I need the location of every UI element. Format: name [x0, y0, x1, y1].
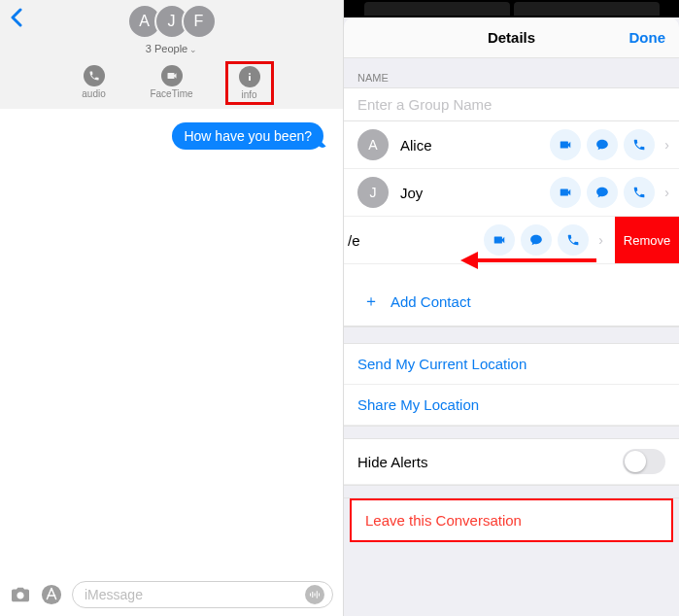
participant-name: Joy — [400, 185, 550, 201]
svg-point-0 — [249, 73, 251, 75]
phone-icon[interactable] — [624, 177, 655, 208]
group-name-field[interactable]: Enter a Group Name — [344, 87, 679, 121]
disclosure-icon: › — [598, 232, 603, 248]
details-header: Details Done — [344, 17, 679, 58]
phone-icon[interactable] — [624, 129, 655, 160]
audio-label: audio — [82, 88, 105, 99]
done-button[interactable]: Done — [629, 29, 666, 46]
message-input[interactable]: iMessage — [72, 581, 333, 608]
remove-button[interactable]: Remove — [615, 217, 679, 263]
hide-alerts-toggle[interactable] — [623, 449, 665, 474]
message-icon[interactable] — [587, 177, 618, 208]
add-contact-label: Add Contact — [390, 293, 471, 310]
participant-name: /e — [348, 232, 484, 249]
messages-chat-screen: A J F 3 People⌄ audio FaceTime — [0, 0, 344, 616]
details-title: Details — [488, 29, 535, 46]
details-screen: Details Done NAME Enter a Group Name A A… — [344, 0, 679, 616]
info-icon — [239, 66, 260, 87]
audio-wave-icon[interactable] — [305, 585, 324, 604]
chat-header: A J F 3 People⌄ audio FaceTime — [0, 0, 343, 109]
camera-icon[interactable] — [10, 586, 31, 603]
annotation-highlight: Leave this Conversation — [350, 498, 673, 542]
input-placeholder: iMessage — [85, 587, 143, 602]
annotation-arrow — [460, 252, 596, 267]
phone-icon — [84, 65, 105, 86]
back-button[interactable] — [10, 8, 23, 27]
video-icon[interactable] — [550, 129, 581, 160]
chevron-down-icon: ⌄ — [189, 45, 197, 54]
name-section-label: NAME — [344, 58, 679, 87]
plus-icon: ＋ — [363, 291, 379, 312]
video-icon — [161, 65, 183, 86]
hide-alerts-row: Hide Alerts — [344, 439, 679, 485]
participant-row[interactable]: A Alice › — [344, 121, 679, 169]
people-count[interactable]: 3 People⌄ — [0, 43, 343, 54]
avatar: J — [357, 177, 389, 208]
avatar: A — [357, 129, 389, 160]
appstore-icon[interactable] — [41, 584, 62, 605]
share-location-button[interactable]: Share My Location — [344, 385, 679, 426]
audio-button[interactable]: audio — [70, 61, 119, 105]
leave-conversation-button[interactable]: Leave this Conversation — [352, 500, 671, 540]
participant-row[interactable]: J Joy › — [344, 169, 679, 217]
message-icon[interactable] — [587, 129, 618, 160]
outgoing-message[interactable]: How have you been? — [172, 122, 323, 150]
info-button[interactable]: info — [225, 61, 274, 105]
hide-alerts-label: Hide Alerts — [357, 454, 428, 470]
stacked-cards-bg — [344, 0, 679, 17]
facetime-label: FaceTime — [150, 88, 192, 99]
facetime-button[interactable]: FaceTime — [148, 61, 196, 105]
avatar: F — [182, 4, 217, 39]
participant-name: Alice — [400, 137, 550, 154]
add-contact-button[interactable]: ＋ Add Contact — [344, 264, 679, 326]
chat-input-bar: iMessage — [0, 573, 343, 616]
header-actions: audio FaceTime info — [0, 61, 343, 105]
chat-body: How have you been? — [0, 109, 343, 573]
group-avatars[interactable]: A J F — [127, 4, 217, 39]
disclosure-icon: › — [664, 137, 669, 153]
info-label: info — [241, 89, 256, 100]
video-icon[interactable] — [550, 177, 581, 208]
svg-rect-1 — [249, 76, 251, 81]
participants-list: A Alice › J Joy › /e — [344, 121, 679, 326]
disclosure-icon: › — [664, 185, 669, 200]
send-location-button[interactable]: Send My Current Location — [344, 344, 679, 385]
